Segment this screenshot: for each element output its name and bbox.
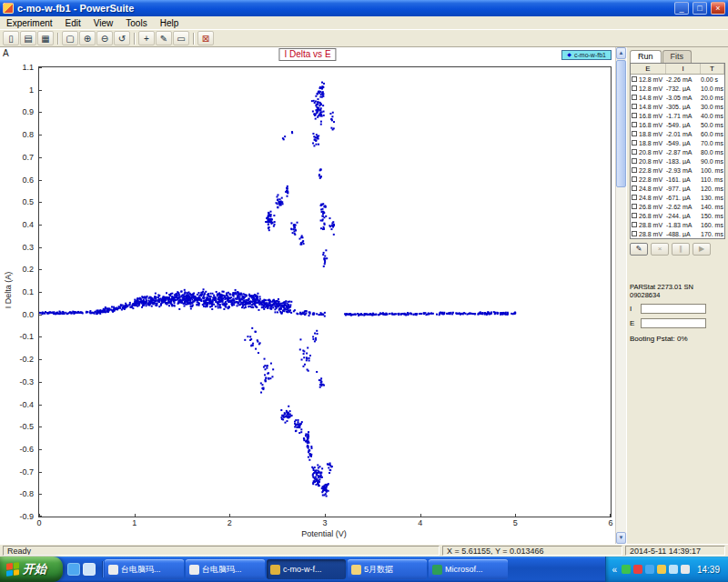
field-e-input[interactable] — [641, 318, 706, 328]
plot-area[interactable] — [38, 66, 612, 517]
open-button[interactable]: ▤ — [20, 31, 36, 45]
cell-e: 24.8 mV — [639, 195, 666, 201]
delete-points-button: × — [651, 243, 669, 256]
tray-icon-2[interactable] — [633, 565, 642, 574]
row-checkbox[interactable] — [632, 195, 637, 200]
tray-icon-5[interactable] — [669, 565, 678, 574]
row-checkbox[interactable] — [632, 167, 637, 173]
cell-i: -549. µA — [666, 122, 701, 128]
row-checkbox[interactable] — [632, 131, 637, 136]
tray-chevron-icon[interactable]: « — [612, 565, 617, 575]
close-button[interactable]: × — [711, 2, 725, 15]
status-ready: Ready — [3, 546, 440, 556]
table-row[interactable]: 18.8 mV-2.01 mA60.0 ms — [631, 129, 724, 138]
row-checkbox[interactable] — [632, 231, 637, 236]
cell-t: 90.0 ms — [701, 158, 724, 165]
table-row[interactable]: 24.8 mV-671. µA130. ms — [631, 193, 724, 202]
show-desktop-icon[interactable] — [83, 563, 96, 576]
cell-t: 110. ms — [701, 176, 724, 183]
menu-edit[interactable]: Edit — [59, 16, 87, 30]
internet-explorer-icon[interactable] — [67, 563, 80, 576]
minimize-button[interactable]: _ — [674, 2, 689, 15]
row-checkbox[interactable] — [632, 149, 637, 155]
zoom-in-button[interactable]: ⊕ — [79, 31, 96, 45]
ruler-button[interactable]: ▭ — [173, 31, 189, 45]
cell-i: -244. µA — [666, 213, 701, 219]
row-checkbox[interactable] — [632, 204, 637, 209]
edit-points-button[interactable]: ✎ — [630, 243, 648, 256]
row-checkbox[interactable] — [632, 85, 637, 91]
row-checkbox[interactable] — [632, 158, 637, 164]
table-row[interactable]: 14.8 mV-3.05 mA20.0 ms — [631, 93, 724, 102]
row-checkbox[interactable] — [632, 140, 637, 146]
row-checkbox[interactable] — [632, 113, 637, 118]
table-row[interactable]: 28.8 mV-1.83 mA160. ms — [631, 220, 724, 229]
zoom-select-button[interactable]: ▢ — [62, 31, 78, 45]
table-row[interactable]: 26.8 mV-244. µA150. ms — [631, 211, 724, 220]
tab-run[interactable]: Run — [630, 50, 662, 63]
stop-experiment-button[interactable]: ⊠ — [197, 31, 214, 45]
tray-icon-6[interactable] — [681, 565, 690, 574]
crosshair-button[interactable]: + — [138, 31, 155, 45]
menu-bar: ExperimentEditViewToolsHelp — [0, 16, 728, 30]
task-icon — [189, 565, 199, 575]
table-row[interactable]: 12.8 mV-732. µA10.0 ms — [631, 84, 724, 93]
table-row[interactable]: 12.8 mV-2.26 mA0.00 s — [631, 75, 724, 84]
column-header-t[interactable]: T — [701, 64, 724, 74]
field-i-input[interactable] — [641, 304, 706, 314]
maximize-button[interactable]: □ — [693, 2, 707, 15]
column-header-e[interactable]: E — [631, 64, 666, 74]
scroll-down-button[interactable]: ▼ — [616, 532, 626, 544]
table-row[interactable]: 20.8 mV-183. µA90.0 ms — [631, 156, 724, 166]
row-checkbox[interactable] — [632, 222, 637, 227]
menu-tools[interactable]: Tools — [119, 16, 153, 30]
table-row[interactable]: 14.8 mV-305. µA30.0 ms — [631, 102, 724, 111]
row-checkbox[interactable] — [632, 176, 637, 182]
taskbar-task-4[interactable]: 5月数据 — [348, 559, 427, 579]
row-checkbox[interactable] — [632, 213, 637, 218]
y-tick-label: 0.8 — [0, 131, 34, 139]
scroll-thumb[interactable] — [616, 60, 626, 187]
cell-e: 26.8 mV — [639, 204, 666, 210]
menu-help[interactable]: Help — [154, 16, 186, 30]
table-row[interactable]: 18.8 mV-549. µA70.0 ms — [631, 138, 724, 147]
new-button[interactable]: ▯ — [3, 31, 19, 45]
tray-icon-4[interactable] — [657, 565, 666, 574]
table-row[interactable]: 26.8 mV-2.62 mA140. ms — [631, 202, 724, 211]
x-tick-label: 3 — [315, 518, 335, 527]
cell-e: 28.8 mV — [639, 231, 666, 237]
taskbar-task-1[interactable]: 台电脑玛... — [105, 559, 184, 579]
taskbar-task-3[interactable]: c-mo-w-f... — [267, 559, 346, 579]
tray-icon-1[interactable] — [622, 565, 631, 574]
table-row[interactable]: 28.8 mV-488. µA170. ms — [631, 229, 724, 238]
table-row[interactable]: 24.8 mV-977. µA120. ms — [631, 184, 724, 193]
menu-view[interactable]: View — [87, 16, 120, 30]
cell-e: 28.8 mV — [639, 222, 666, 228]
row-checkbox[interactable] — [632, 95, 637, 100]
taskbar-task-2[interactable]: 台电脑玛... — [186, 559, 265, 579]
zoom-out-button[interactable]: ⊖ — [96, 31, 113, 45]
row-checkbox[interactable] — [632, 104, 637, 109]
taskbar-task-5[interactable]: Microsof... — [429, 559, 508, 579]
tab-fits[interactable]: Fits — [662, 50, 693, 63]
data-grid-button[interactable]: ▦ — [37, 31, 54, 45]
table-row[interactable]: 16.8 mV-1.71 mA40.0 ms — [631, 111, 724, 120]
table-row[interactable]: 22.8 mV-2.93 mA100. ms — [631, 166, 724, 175]
pen-button[interactable]: ✎ — [156, 31, 172, 45]
column-header-i[interactable]: I — [666, 64, 701, 74]
table-row[interactable]: 20.8 mV-2.87 mA80.0 ms — [631, 147, 724, 156]
table-row[interactable]: 16.8 mV-549. µA50.0 ms — [631, 120, 724, 129]
vertical-scrollbar[interactable]: ▲ ▼ — [615, 47, 626, 544]
scroll-up-button[interactable]: ▲ — [616, 47, 626, 59]
row-checkbox[interactable] — [632, 122, 637, 127]
table-row[interactable]: 22.8 mV-161. µA110. ms — [631, 175, 724, 184]
menu-experiment[interactable]: Experiment — [0, 16, 59, 30]
start-button[interactable]: 开始 — [0, 557, 63, 582]
title-bar[interactable]: c-mo-w-fb1 - PowerSuite _ □ × — [0, 0, 728, 16]
tray-icon-3[interactable] — [645, 565, 654, 574]
cell-i: -305. µA — [666, 104, 701, 110]
zoom-reset-button[interactable]: ↺ — [114, 31, 130, 45]
row-checkbox[interactable] — [632, 76, 637, 82]
row-checkbox[interactable] — [632, 186, 637, 191]
taskbar-clock[interactable]: 14:39 — [697, 565, 720, 575]
